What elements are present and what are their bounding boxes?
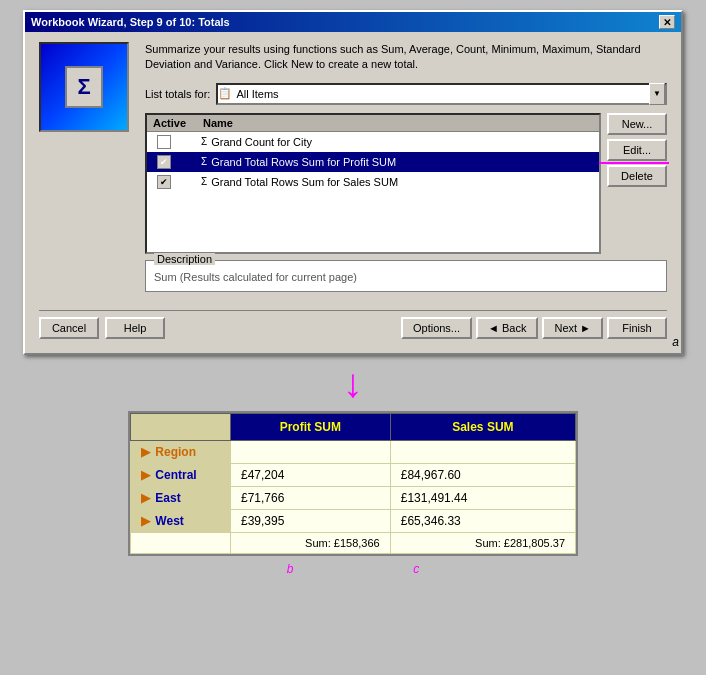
item2-checkbox[interactable]: ✔ xyxy=(157,155,171,169)
list-item[interactable]: ✔ Σ Grand Total Rows Sum for Sales SUM xyxy=(147,172,599,192)
header-active: Active xyxy=(147,115,197,131)
west-label: ▶ West xyxy=(131,509,231,532)
list-for-label: List totals for: xyxy=(145,88,210,100)
annotation-a-container: a xyxy=(23,335,683,349)
description-group: Description Sum (Results calculated for … xyxy=(145,260,667,292)
list-wrapper: Active Name Σ Grand Count for City xyxy=(145,113,667,254)
sum-profit: Sum: £158,366 xyxy=(231,532,391,553)
west-profit: £39,395 xyxy=(231,509,391,532)
item3-label: Grand Total Rows Sum for Sales SUM xyxy=(211,176,398,188)
header-name: Name xyxy=(197,115,599,131)
item3-icon: Σ xyxy=(201,176,207,187)
table-row: ▶ East £71,766 £131,491.44 xyxy=(131,486,576,509)
item2-icon: Σ xyxy=(201,156,207,167)
list-for-combo[interactable]: 📋 All Items ▼ xyxy=(216,83,667,105)
item1-checkbox[interactable] xyxy=(157,135,171,149)
chevron-icon: ▶ xyxy=(141,491,150,505)
region-sales xyxy=(390,440,575,463)
chevron-icon: ▶ xyxy=(141,445,150,459)
east-profit: £71,766 xyxy=(231,486,391,509)
item3-checkbox[interactable]: ✔ xyxy=(157,175,171,189)
annotation-bc-container: b c xyxy=(128,562,578,576)
list-header: Active Name xyxy=(147,115,599,132)
chevron-icon: ▶ xyxy=(141,468,150,482)
table-row: ▶ West £39,395 £65,346.33 xyxy=(131,509,576,532)
region-label: ▶ Region xyxy=(131,440,231,463)
list-for-dropdown-arrow[interactable]: ▼ xyxy=(649,83,665,105)
east-label: ▶ East xyxy=(131,486,231,509)
east-sales: £131,491.44 xyxy=(390,486,575,509)
chevron-icon: ▶ xyxy=(141,514,150,528)
col3-header: Sales SUM xyxy=(390,413,575,440)
description-legend: Description xyxy=(154,253,215,265)
item1-icon: Σ xyxy=(201,136,207,147)
arrow-container: ↓ xyxy=(343,363,363,403)
annotation-a-label: a xyxy=(672,335,679,349)
col1-header xyxy=(131,413,231,440)
wizard-icon: Σ xyxy=(39,42,129,132)
dialog-title: Workbook Wizard, Step 9 of 10: Totals xyxy=(31,16,230,28)
close-button[interactable]: ✕ xyxy=(659,15,675,29)
list-for-row: List totals for: 📋 All Items ▼ xyxy=(145,83,667,105)
central-profit: £47,204 xyxy=(231,463,391,486)
annotation-b-label: b xyxy=(287,562,294,576)
annotation-c-label: c xyxy=(413,562,419,576)
col2-header: Profit SUM xyxy=(231,413,391,440)
new-button[interactable]: New... xyxy=(607,113,667,135)
table-row: ▶ Region xyxy=(131,440,576,463)
dialog-description-text: Summarize your results using functions s… xyxy=(145,42,667,73)
title-bar: Workbook Wizard, Step 9 of 10: Totals ✕ xyxy=(25,12,681,32)
dialog-body: Σ Summarize your results using functions… xyxy=(25,32,681,353)
down-arrow-icon: ↓ xyxy=(343,363,363,403)
sum-row: Sum: £158,366 Sum: £281,805.37 xyxy=(131,532,576,553)
result-table: Profit SUM Sales SUM ▶ Region ▶ Central xyxy=(130,413,576,554)
west-sales: £65,346.33 xyxy=(390,509,575,532)
delete-button[interactable]: Delete xyxy=(607,165,667,187)
item1-label: Grand Count for City xyxy=(211,136,312,148)
workbook-wizard-dialog: Workbook Wizard, Step 9 of 10: Totals ✕ … xyxy=(23,10,683,355)
table-row: ▶ Central £47,204 £84,967.60 xyxy=(131,463,576,486)
result-table-container: Profit SUM Sales SUM ▶ Region ▶ Central xyxy=(128,411,578,556)
sum-sales: Sum: £281,805.37 xyxy=(390,532,575,553)
central-label: ▶ Central xyxy=(131,463,231,486)
central-sales: £84,967.60 xyxy=(390,463,575,486)
item2-label: Grand Total Rows Sum for Profit SUM xyxy=(211,156,396,168)
edit-button[interactable]: Edit... xyxy=(607,139,667,161)
side-buttons: New... Edit... Delete xyxy=(607,113,667,254)
region-profit xyxy=(231,440,391,463)
list-for-value: All Items xyxy=(236,88,649,100)
list-item-selected[interactable]: ✔ Σ Grand Total Rows Sum for Profit SUM xyxy=(147,152,599,172)
sigma-symbol: Σ xyxy=(65,66,102,108)
sum-empty xyxy=(131,532,231,553)
totals-list: Active Name Σ Grand Count for City xyxy=(145,113,601,254)
list-item[interactable]: Σ Grand Count for City xyxy=(147,132,599,152)
description-content: Sum (Results calculated for current page… xyxy=(154,271,658,283)
